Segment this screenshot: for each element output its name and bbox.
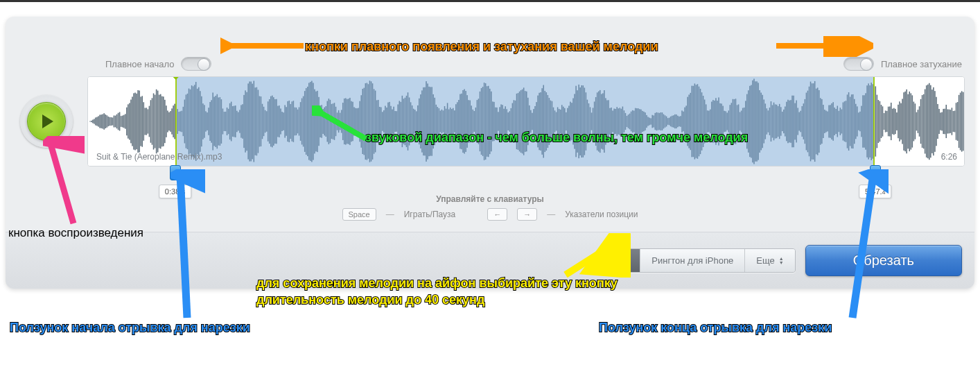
svg-rect-13 xyxy=(105,114,106,128)
svg-rect-615 xyxy=(956,103,957,140)
svg-rect-602 xyxy=(937,104,938,139)
svg-rect-569 xyxy=(891,103,892,140)
svg-rect-52 xyxy=(160,94,161,149)
svg-rect-26 xyxy=(123,115,125,128)
svg-rect-58 xyxy=(168,112,170,131)
svg-rect-595 xyxy=(927,85,929,158)
svg-rect-571 xyxy=(893,108,895,135)
svg-rect-36 xyxy=(137,90,139,153)
fade-in-toggle[interactable] xyxy=(181,57,211,71)
svg-rect-60 xyxy=(171,108,173,134)
svg-rect-564 xyxy=(884,113,885,130)
svg-rect-51 xyxy=(159,95,160,148)
svg-rect-22 xyxy=(118,113,119,130)
svg-rect-35 xyxy=(136,94,137,149)
format-mp3-button[interactable]: MP3 xyxy=(600,249,641,272)
svg-rect-54 xyxy=(163,96,164,146)
svg-rect-576 xyxy=(900,103,902,140)
svg-rect-582 xyxy=(909,92,910,151)
start-time-box[interactable]: 0:38.5 xyxy=(159,185,191,198)
svg-rect-44 xyxy=(149,106,150,137)
anno-iphone2: длительность мелодии до 40 секунд xyxy=(256,293,484,307)
svg-rect-604 xyxy=(940,112,941,130)
svg-rect-43 xyxy=(148,109,149,133)
fade-in-control: Плавное начало xyxy=(105,57,211,71)
svg-rect-25 xyxy=(122,116,123,128)
end-handle[interactable] xyxy=(870,165,881,180)
svg-rect-9 xyxy=(99,114,100,128)
svg-rect-47 xyxy=(153,93,155,149)
svg-rect-558 xyxy=(875,86,877,156)
svg-rect-568 xyxy=(889,106,891,136)
svg-rect-607 xyxy=(944,109,945,135)
svg-rect-584 xyxy=(912,95,913,147)
svg-rect-562 xyxy=(881,105,882,138)
svg-rect-31 xyxy=(130,100,132,144)
play-icon xyxy=(42,114,53,128)
selection-region[interactable] xyxy=(175,77,875,166)
svg-rect-618 xyxy=(960,93,961,151)
svg-rect-580 xyxy=(906,90,907,153)
cut-button[interactable]: Обрезать xyxy=(805,245,962,276)
svg-rect-597 xyxy=(930,85,931,158)
svg-rect-577 xyxy=(902,99,903,144)
svg-rect-15 xyxy=(108,117,110,126)
svg-rect-601 xyxy=(936,97,937,146)
svg-rect-50 xyxy=(157,91,159,153)
svg-rect-8 xyxy=(98,116,99,126)
svg-rect-609 xyxy=(947,109,949,133)
svg-rect-619 xyxy=(961,91,963,151)
anno-end-slider: Ползунок конца отрывка для нарезки xyxy=(599,321,832,335)
svg-rect-593 xyxy=(925,90,926,154)
svg-rect-608 xyxy=(945,105,947,138)
left-key-hint: ← xyxy=(487,208,507,221)
svg-rect-7 xyxy=(96,117,98,126)
svg-rect-574 xyxy=(898,105,899,138)
svg-rect-581 xyxy=(907,94,909,149)
end-time-box[interactable]: 5:47.4 xyxy=(859,185,891,198)
svg-rect-560 xyxy=(878,100,880,143)
playhead-time-tip: 0:38.6 xyxy=(161,76,191,77)
svg-rect-30 xyxy=(129,103,130,139)
svg-rect-585 xyxy=(913,102,915,142)
fade-out-control: Плавное затухание xyxy=(843,57,962,71)
svg-rect-5 xyxy=(94,119,95,124)
start-handle[interactable] xyxy=(170,165,181,180)
svg-rect-590 xyxy=(920,99,922,144)
fade-out-toggle[interactable] xyxy=(843,57,874,71)
svg-rect-45 xyxy=(150,100,152,142)
play-button[interactable] xyxy=(27,102,66,141)
svg-rect-53 xyxy=(161,96,163,147)
svg-rect-29 xyxy=(128,104,129,138)
svg-rect-610 xyxy=(949,110,950,134)
svg-rect-599 xyxy=(933,87,934,155)
svg-rect-589 xyxy=(919,106,920,137)
svg-rect-17 xyxy=(111,117,112,126)
waveform[interactable]: 0:38.6 Suit & Tie (Aeroplane Remix).mp3 … xyxy=(87,76,965,167)
svg-rect-20 xyxy=(115,116,116,128)
svg-rect-570 xyxy=(892,109,893,135)
svg-rect-6 xyxy=(95,117,96,125)
svg-rect-606 xyxy=(943,109,944,134)
svg-rect-56 xyxy=(166,105,167,137)
format-more-button[interactable]: Еще xyxy=(745,249,794,272)
anno-start-slider: Ползунок начала отрывка для нарезки xyxy=(10,321,250,335)
svg-rect-592 xyxy=(923,94,925,148)
svg-rect-559 xyxy=(877,95,878,148)
svg-rect-40 xyxy=(143,102,145,141)
svg-rect-19 xyxy=(114,115,115,127)
svg-rect-41 xyxy=(145,108,146,135)
svg-rect-21 xyxy=(116,114,118,128)
svg-rect-12 xyxy=(103,113,105,130)
format-iphone-button[interactable]: Рингтон для iPhone xyxy=(640,249,745,272)
svg-rect-605 xyxy=(941,112,943,131)
duration-label: 6:26 xyxy=(941,152,957,162)
svg-rect-48 xyxy=(155,95,156,148)
svg-rect-613 xyxy=(953,111,954,132)
svg-rect-4 xyxy=(92,120,94,124)
audio-cutter-panel: Плавное начало Плавное затухание 0:3 xyxy=(6,17,974,289)
svg-rect-588 xyxy=(918,110,919,133)
fade-in-label: Плавное начало xyxy=(105,59,174,69)
svg-rect-567 xyxy=(888,107,889,137)
svg-rect-34 xyxy=(134,93,136,151)
